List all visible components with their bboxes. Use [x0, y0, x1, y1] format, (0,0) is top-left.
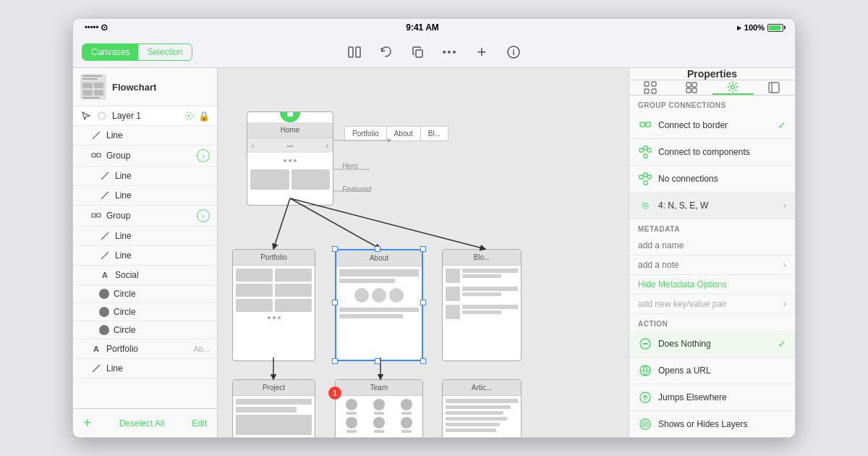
- connection-none-row[interactable]: No connections: [629, 166, 795, 193]
- list-item[interactable]: Group ›: [73, 145, 217, 166]
- action-layers-row[interactable]: Shows or Hides Layers: [629, 411, 795, 437]
- svg-rect-29: [692, 83, 697, 87]
- line-icon: [99, 250, 111, 261]
- svg-rect-0: [349, 47, 353, 57]
- add-keyvalue-row[interactable]: add new key/value pair ›: [629, 295, 795, 314]
- properties-title: Properties: [629, 68, 795, 80]
- list-item[interactable]: Circle: [73, 285, 217, 303]
- group-badge[interactable]: ›: [197, 209, 210, 222]
- list-item[interactable]: Line: [73, 166, 217, 186]
- hide-metadata-link[interactable]: Hide Metadata Options: [638, 279, 727, 290]
- about-box[interactable]: About: [335, 249, 423, 361]
- layer-header[interactable]: Layer 1 ☉ 🔒: [73, 106, 217, 126]
- svg-rect-41: [647, 148, 651, 152]
- connection-none-icon: [638, 172, 652, 186]
- article-box[interactable]: Artic...: [442, 379, 522, 437]
- add-icon[interactable]: +: [472, 42, 492, 62]
- line-icon: [99, 170, 111, 182]
- item-label: Line: [115, 250, 210, 261]
- tab-selection[interactable]: Selection: [138, 44, 191, 60]
- doc-thumbnail: [80, 74, 106, 100]
- properties-panel: Properties: [629, 68, 795, 437]
- home-box[interactable]: Home ‹ ••• ›: [247, 111, 333, 206]
- tab-arrange[interactable]: [629, 80, 671, 95]
- item-label: Line: [115, 171, 210, 181]
- svg-line-13: [101, 232, 109, 240]
- svg-rect-11: [92, 214, 95, 217]
- metadata-note-input[interactable]: [638, 260, 783, 270]
- more-icon[interactable]: •••: [440, 42, 460, 62]
- connection-border-row[interactable]: Connect to border ✓: [629, 112, 795, 139]
- list-item[interactable]: Line: [73, 227, 217, 246]
- tab-canvases[interactable]: Canvases: [82, 44, 138, 60]
- list-item[interactable]: A Social: [73, 266, 217, 285]
- view-tabs[interactable]: Canvases Selection: [82, 43, 192, 61]
- doc-title: Flowchart: [112, 82, 156, 93]
- tab-export[interactable]: [754, 80, 795, 95]
- list-item[interactable]: Line: [73, 126, 217, 145]
- list-item[interactable]: Line: [73, 186, 217, 206]
- list-item[interactable]: A Portfolio Ab...: [73, 339, 217, 359]
- undo-icon[interactable]: [376, 42, 396, 62]
- info-icon[interactable]: i: [503, 42, 524, 62]
- text-icon: A: [90, 343, 102, 355]
- metadata-name-input[interactable]: [638, 240, 786, 250]
- copy-icon[interactable]: [408, 42, 428, 62]
- item-label: Social: [115, 270, 210, 280]
- line-icon: [99, 190, 111, 201]
- item-label: Portfolio: [106, 344, 189, 354]
- item-label: Circle: [114, 307, 210, 317]
- list-item[interactable]: Line: [73, 246, 217, 266]
- group-badge[interactable]: ›: [197, 149, 210, 162]
- hide-metadata-row[interactable]: Hide Metadata Options: [629, 275, 795, 295]
- connection-value-row[interactable]: 4: N, S, E, W ›: [629, 193, 795, 219]
- canvas-area[interactable]: Hero Featured Home ‹: [218, 68, 629, 437]
- group-icon: [96, 110, 108, 122]
- tab-settings[interactable]: [712, 80, 754, 95]
- svg-line-14: [101, 252, 109, 259]
- svg-point-32: [731, 85, 735, 89]
- connection-components-row[interactable]: Connect to components: [629, 139, 795, 166]
- action-url-row[interactable]: Opens a URL: [629, 358, 795, 384]
- svg-rect-2: [416, 50, 422, 57]
- hero-label: Hero: [342, 162, 358, 170]
- svg-rect-43: [644, 173, 647, 177]
- selection-handle-tr: [420, 246, 426, 252]
- lock-icon[interactable]: 🔒: [198, 111, 210, 122]
- metadata-name-row[interactable]: [629, 236, 795, 256]
- group-icon: [90, 150, 102, 161]
- list-item[interactable]: Group ›: [73, 206, 217, 227]
- nav-portfolio: Portfolio: [344, 126, 387, 141]
- svg-rect-35: [640, 122, 644, 127]
- action-url-icon: [638, 363, 652, 378]
- action-jumps-row[interactable]: Jumps Elsewhere: [629, 384, 795, 411]
- edit-button[interactable]: Edit: [192, 418, 207, 428]
- action-nothing-row[interactable]: Does Nothing ✓: [629, 331, 795, 358]
- team-box[interactable]: Team: [335, 379, 423, 437]
- item-label: Line: [106, 130, 210, 140]
- device-frame: ••••• ⊙ 9:41 AM ▸ 100% Canvases Selectio…: [72, 18, 796, 438]
- list-item[interactable]: Circle: [73, 321, 217, 339]
- svg-rect-36: [646, 122, 650, 127]
- list-item[interactable]: Line: [73, 359, 217, 379]
- project-box[interactable]: Project: [232, 379, 315, 437]
- deselect-all-button[interactable]: Deselect All: [119, 418, 165, 428]
- visibility-icon[interactable]: ☉: [184, 110, 194, 122]
- add-button[interactable]: +: [83, 415, 92, 431]
- selection-handle-mr: [420, 300, 426, 305]
- item-label: Group: [106, 211, 192, 221]
- metadata-note-row[interactable]: ›: [629, 256, 795, 275]
- panels-icon[interactable]: [344, 42, 365, 62]
- action-url-label: Opens a URL: [658, 366, 786, 376]
- selection-handle-tc: [375, 246, 380, 252]
- blog-box[interactable]: Blo...: [442, 249, 522, 361]
- svg-rect-44: [644, 181, 647, 185]
- portfolio-box[interactable]: Portfolio: [232, 249, 315, 361]
- action-jumps-icon: [638, 390, 652, 405]
- svg-rect-33: [769, 83, 779, 93]
- tab-style[interactable]: [671, 80, 712, 95]
- circle-icon: [99, 307, 109, 317]
- action-layers-label: Shows or Hides Layers: [658, 419, 786, 429]
- battery-icon: [767, 24, 783, 32]
- list-item[interactable]: Circle: [73, 303, 217, 321]
